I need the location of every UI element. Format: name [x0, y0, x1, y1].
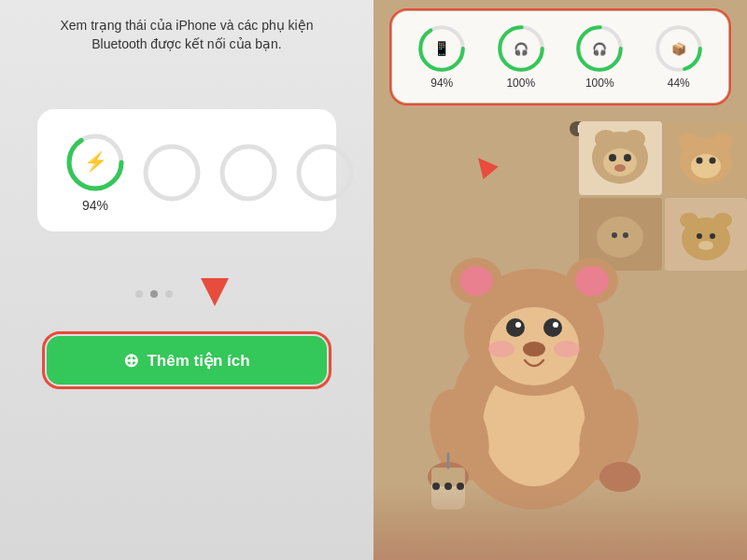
svg-point-52 — [543, 318, 562, 337]
svg-point-3 — [146, 147, 198, 199]
add-icon: ⊕ — [123, 349, 139, 371]
circle-3 — [218, 143, 278, 203]
svg-point-41 — [710, 233, 715, 239]
svg-point-51 — [506, 318, 525, 337]
ov-circle-earleft: 🎧 100% — [497, 24, 545, 90]
left-panel: Xem trạng thái của iPhone và các phụ kiệ… — [0, 0, 374, 560]
circle-item-4 — [295, 143, 355, 203]
photo-4 — [665, 198, 748, 272]
svg-point-4 — [222, 147, 275, 199]
svg-point-28 — [712, 133, 733, 150]
left-background — [0, 0, 374, 560]
red-arrow-indicator: ▲ — [458, 138, 509, 189]
battery-overlay-row: 📱 94% 🎧 100% 🎧 100% — [407, 24, 713, 90]
dot-3 — [165, 290, 173, 298]
desc-line1: Xem trạng thái của iPhone và các phụ kiệ… — [60, 18, 313, 33]
circle-item-2 — [142, 143, 202, 203]
svg-point-22 — [603, 148, 637, 176]
ov-case-percent: 44% — [668, 77, 690, 90]
svg-text:🎧: 🎧 — [592, 41, 608, 57]
svg-text:⚡: ⚡ — [84, 150, 107, 173]
svg-point-40 — [697, 233, 702, 239]
svg-point-25 — [614, 164, 626, 172]
svg-point-21 — [623, 130, 645, 148]
svg-point-24 — [624, 154, 631, 161]
ov-earright-percent: 100% — [585, 77, 614, 90]
svg-point-57 — [523, 342, 545, 357]
phone-circle: ⚡ — [65, 133, 125, 192]
phone-percent: 94% — [82, 198, 108, 213]
svg-point-31 — [709, 158, 715, 164]
ov-circle-case: 📦 44% — [655, 24, 703, 90]
photo-2 — [665, 121, 748, 195]
svg-point-55 — [488, 341, 514, 357]
battery-circles-row: ⚡ 94% — [65, 133, 355, 213]
svg-point-27 — [679, 133, 699, 150]
svg-point-53 — [515, 322, 521, 328]
svg-point-39 — [713, 213, 732, 228]
bottom-gradient — [374, 485, 747, 560]
bear-illustration — [403, 211, 665, 532]
battery-widget-card: ⚡ 94% — [37, 109, 336, 231]
circle-4 — [295, 143, 355, 203]
svg-point-29 — [691, 154, 721, 178]
ov-earleft-percent: 100% — [506, 77, 535, 90]
svg-point-5 — [299, 147, 351, 199]
circle-item-phone: ⚡ 94% — [65, 133, 125, 213]
svg-text:📱: 📱 — [433, 40, 451, 57]
desc-line2: Bluetooth được kết nối của bạn. — [92, 36, 281, 51]
down-arrow — [191, 269, 238, 319]
ov-phone-percent: 94% — [430, 77, 453, 90]
circle-item-3 — [218, 143, 278, 203]
right-panel: 📱 94% 🎧 100% 🎧 100% — [374, 0, 747, 560]
svg-marker-6 — [201, 278, 229, 306]
add-widget-button[interactable]: ⊕ Thêm tiện ích — [47, 336, 327, 385]
page-dots — [135, 290, 173, 298]
svg-point-23 — [609, 154, 616, 161]
dot-2 — [150, 290, 158, 298]
dot-1 — [135, 290, 143, 298]
ov-circle-phone: 📱 94% — [417, 24, 466, 90]
svg-point-54 — [553, 322, 558, 328]
svg-point-38 — [680, 213, 698, 228]
svg-text:🎧: 🎧 — [514, 41, 529, 57]
svg-point-49 — [575, 266, 609, 296]
battery-overlay-widget: 📱 94% 🎧 100% 🎧 100% — [392, 11, 728, 103]
svg-point-20 — [595, 130, 617, 148]
svg-point-56 — [554, 341, 580, 357]
circle-2 — [142, 143, 202, 203]
ov-circle-earright: 🎧 100% — [575, 24, 624, 90]
svg-point-42 — [698, 241, 713, 250]
svg-point-30 — [696, 158, 702, 164]
add-button-label: Thêm tiện ích — [147, 351, 249, 371]
photo-1 — [579, 121, 662, 195]
svg-text:📦: 📦 — [671, 41, 687, 57]
description-text: Xem trạng thái của iPhone và các phụ kiệ… — [32, 7, 341, 53]
svg-point-47 — [459, 266, 493, 296]
